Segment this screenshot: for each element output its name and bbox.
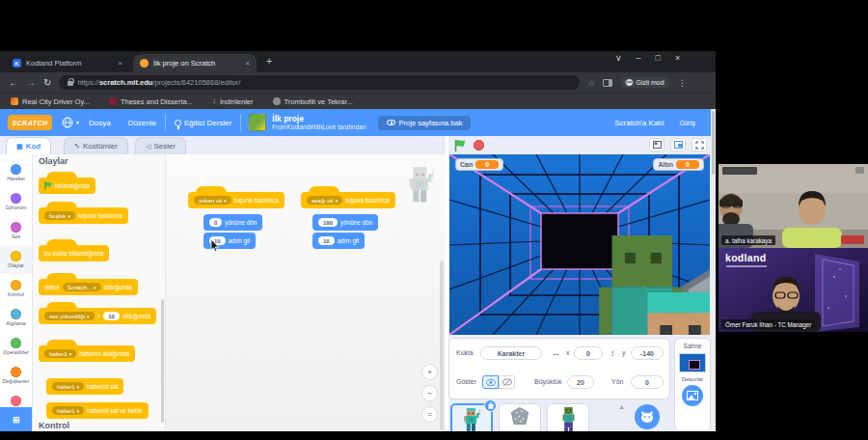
zoom-out-button[interactable]: − [421, 385, 438, 401]
steps-input[interactable]: 10 [318, 236, 335, 245]
sprite-name-input[interactable] [480, 346, 542, 360]
backdrop-dropdown[interactable]: Scratch... [63, 283, 101, 291]
block-broadcast[interactable]: haber1 haberini sal [46, 378, 123, 395]
menu-file[interactable]: Dosya [80, 119, 120, 127]
address-bar[interactable]: https://scratch.mit.edu/projects/6421058… [59, 75, 580, 90]
add-backdrop-button[interactable] [682, 385, 703, 406]
category-hareket[interactable]: Hareket [0, 158, 32, 187]
loudness-value-input[interactable]: 10 [103, 312, 120, 320]
tab-costumes[interactable]: ✎ Kostümler [64, 137, 128, 154]
green-flag-button[interactable] [454, 139, 466, 151]
block-when-flag-clicked[interactable]: tıklandığında [39, 178, 95, 194]
tab-code[interactable]: ▦ Kod [6, 137, 51, 154]
fullscreen-button[interactable] [692, 138, 707, 151]
bookmark-item[interactable]: Real City Driver Oy... [11, 97, 90, 106]
sign-in-link[interactable]: Giriş [680, 119, 695, 127]
broadcast-dropdown[interactable]: haber1 [52, 382, 84, 391]
category-kontrol[interactable]: Kontrol [0, 274, 32, 303]
script-point-in-direction[interactable]: 0 yönüne dön [203, 214, 262, 231]
hide-sprite-button[interactable] [499, 375, 515, 389]
broadcast-dropdown[interactable]: haber1 [52, 406, 84, 415]
maximize-button[interactable]: □ [656, 53, 661, 63]
close-button[interactable]: × [675, 53, 680, 63]
browser-tab-scratch[interactable]: İlk proje on Scratch × [133, 54, 257, 72]
bookmark-item[interactable]: ↓ İndirilenler [212, 97, 254, 106]
broadcast-dropdown[interactable]: haber1 [44, 349, 76, 358]
stop-button[interactable] [474, 140, 484, 151]
sprite-list-scroll-arrow[interactable]: ▲ [618, 403, 625, 410]
script-area[interactable]: yukarı ok tuşuna basılınca 0 yönüne dön … [166, 154, 446, 431]
category-ses[interactable]: Ses [0, 216, 32, 245]
y-input[interactable] [631, 346, 664, 360]
script-scrollbar[interactable] [440, 261, 444, 430]
loudness-dropdown[interactable]: ses yüksekliği [44, 312, 95, 320]
side-panel-icon[interactable] [603, 79, 612, 87]
stage-selector[interactable]: Sahne Dekorlar [674, 338, 711, 431]
page-scrollbar[interactable] [711, 109, 716, 431]
scratch-logo[interactable]: SCRATCH [8, 115, 52, 130]
browser-menu-icon[interactable]: ⋮ [678, 78, 687, 88]
bookmark-label: Theses and Disserta... [121, 97, 193, 106]
direction-input[interactable]: 0 [209, 218, 222, 227]
palette-scrollbar[interactable] [161, 299, 164, 423]
category-degiskenler[interactable]: Değişkenler [0, 361, 32, 390]
category-algilama[interactable]: Algılama [0, 303, 32, 332]
block-when-broadcast-received[interactable]: haber1 haberini aldığımda [39, 345, 135, 362]
key-dropdown[interactable]: yukarı ok [194, 196, 231, 205]
back-icon[interactable]: ← [9, 78, 18, 88]
block-when-backdrop-switches[interactable]: dekor Scratch... olduğunda [39, 279, 138, 295]
menu-edit[interactable]: Düzenle [120, 119, 165, 127]
browser-tab-kodland[interactable]: K Kodland Platform × [6, 54, 129, 72]
x-input[interactable] [574, 346, 603, 360]
sprite-card-karakter[interactable] [450, 403, 493, 431]
category-operatorler[interactable]: Operatörler [0, 332, 32, 361]
minimize-button[interactable]: – [637, 53, 641, 63]
language-selector[interactable]: ▼ [62, 117, 80, 128]
add-extension-button[interactable]: ⊞ [0, 407, 32, 431]
zoom-in-button[interactable]: + [421, 364, 438, 380]
tab-search-icon[interactable]: ∨ [615, 53, 622, 63]
zoom-reset-button[interactable]: = [421, 406, 438, 423]
variable-monitor-can[interactable]: Can 0 [455, 158, 503, 171]
block-when-sprite-clicked[interactable]: bu kukla tıklandığında [39, 245, 109, 261]
tab-close-icon[interactable]: × [245, 59, 250, 68]
stage[interactable]: Can 0 Altın 0 [449, 154, 710, 335]
block-broadcast-and-wait[interactable]: haber1 haberini sal ve bekle [46, 402, 149, 419]
sprite-card-zombie[interactable] [547, 403, 589, 431]
block-when-key-pressed[interactable]: boşluk tuşuna basılınca [39, 207, 128, 224]
reload-icon[interactable]: ↻ [43, 78, 51, 88]
tab-sounds[interactable]: ◁ Sesler [135, 137, 186, 154]
direction-input[interactable] [631, 375, 664, 389]
bookmark-item[interactable]: Theses and Disserta... [109, 97, 193, 106]
show-sprite-button[interactable] [482, 375, 499, 389]
key-dropdown[interactable]: aşağı ok [307, 196, 342, 205]
script-point-in-direction[interactable]: 180 yönüne dön [312, 214, 378, 231]
join-scratch-link[interactable]: Scratch'a Katıl [614, 119, 664, 127]
add-sprite-button[interactable] [635, 404, 660, 429]
script-when-down-arrow-pressed[interactable]: aşağı ok tuşuna basılınca [301, 192, 395, 208]
see-project-page-button[interactable]: Proje sayfasına bak [378, 116, 472, 130]
size-input[interactable] [567, 375, 594, 389]
category-olaylar[interactable]: Olaylar [0, 245, 32, 274]
sprite-card-diamond[interactable] [499, 403, 541, 431]
video-tile-student[interactable]: a. talha karakaya [719, 164, 868, 248]
bookmark-item[interactable]: Trombofili ve Tekrar... [273, 97, 353, 106]
forward-icon[interactable]: → [26, 78, 36, 88]
delete-sprite-badge[interactable] [484, 399, 497, 412]
stage-thumbnail[interactable] [679, 353, 706, 372]
block-when-loudness[interactable]: ses yüksekliği > 10 olduğunda [39, 308, 156, 324]
script-when-up-arrow-pressed[interactable]: yukarı ok tuşuna basılınca [188, 192, 285, 208]
script-move-steps[interactable]: 10 adım git [312, 233, 365, 249]
small-stage-button[interactable] [649, 138, 665, 151]
category-gorunum[interactable]: Görünüm [0, 187, 32, 216]
key-dropdown[interactable]: boşluk [44, 211, 75, 220]
large-stage-button[interactable] [670, 138, 686, 151]
bookmark-star-icon[interactable]: ☆ [587, 78, 595, 88]
tab-close-icon[interactable]: × [118, 59, 122, 68]
variable-monitor-altin[interactable]: Altın 0 [653, 158, 704, 171]
new-tab-button[interactable]: + [266, 56, 272, 67]
direction-input[interactable]: 180 [318, 218, 338, 227]
video-tile-instructor[interactable]: kodland Ömer Faruk İlhan - TC Manager [719, 248, 868, 332]
menu-tutorials[interactable]: Eğitici Dersler [166, 119, 240, 127]
video-pin-icon[interactable] [855, 167, 864, 174]
